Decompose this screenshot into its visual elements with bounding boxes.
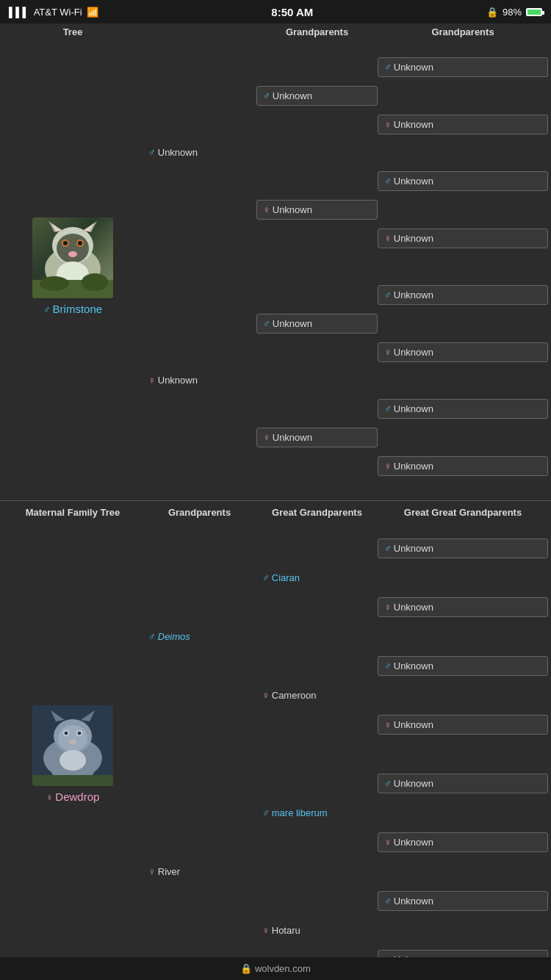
wifi-icon: 📶 — [87, 7, 98, 18]
mat-parent1-name[interactable]: Deimos — [158, 631, 190, 642]
svg-point-14 — [40, 276, 69, 291]
mat-gp2[interactable]: ♀ Cameroon — [256, 686, 378, 705]
maternal-tree-label: Maternal Family Tree — [3, 507, 143, 519]
lock-icon: 🔒 — [486, 7, 498, 18]
mat-ggp4[interactable]: ♀ Unknown — [378, 715, 548, 735]
paternal-tree: ♂Brimstone ♂ Unknown ♀ Unknown ♂ Unknown… — [0, 39, 551, 494]
mat-gp4[interactable]: ♀ Hotaru — [256, 921, 378, 940]
paternal-great-label: Grandparents — [378, 26, 548, 39]
svg-point-9 — [63, 241, 68, 245]
maternal-tree: ♀Dewdrop ♂ Deimos ♀ River ♂ Ciaran ♀ Cam… — [0, 519, 551, 980]
brimstone-svg — [32, 217, 113, 298]
maternal-great-great-col: ♂ Unknown ♀ Unknown ♂ Unknown ♀ Unknown … — [378, 519, 548, 980]
battery-percent: 98% — [503, 7, 522, 18]
paternal-gp2[interactable]: ♀ Unknown — [256, 200, 378, 220]
brimstone-name[interactable]: ♂Brimstone — [43, 303, 102, 315]
paternal-parents-col: ♂ Unknown ♀ Unknown — [143, 39, 256, 494]
paternal-ggp1[interactable]: ♂ Unknown — [378, 57, 548, 77]
footer-url: wolvden.com — [255, 963, 311, 974]
dewdrop-svg — [32, 705, 113, 786]
svg-point-6 — [57, 234, 89, 263]
maternal-parents-col: ♂ Deimos ♀ River — [143, 519, 256, 980]
parent2-name: Unknown — [158, 375, 198, 386]
paternal-grandparents-label — [143, 26, 256, 39]
footer-lock-icon: 🔒 — [240, 963, 252, 974]
maternal-grandparents-label: Grandparents — [143, 507, 256, 519]
dewdrop-avatar[interactable] — [32, 705, 113, 786]
carrier-label: AT&T Wi-Fi — [34, 7, 82, 18]
status-left: ▌▌▌ AT&T Wi-Fi 📶 — [9, 7, 98, 18]
status-right: 🔒 98% — [486, 7, 542, 18]
paternal-ggp7[interactable]: ♂ Unknown — [378, 399, 548, 419]
paternal-section-header: Tree Grandparents Grandparents — [0, 24, 551, 39]
paternal-ggp4[interactable]: ♀ Unknown — [378, 228, 548, 248]
mat-ggp1[interactable]: ♂ Unknown — [378, 538, 548, 558]
paternal-grandparents-label2: Grandparents — [256, 26, 378, 39]
svg-rect-30 — [32, 775, 113, 786]
maternal-great-label: Great Grandparents — [256, 507, 378, 519]
svg-point-29 — [60, 750, 86, 771]
mat-parent2-gender: ♀ — [148, 866, 156, 877]
paternal-parent2[interactable]: ♀ Unknown — [143, 371, 256, 389]
maternal-subject-col: ♀Dewdrop — [3, 519, 143, 980]
mat-ggp2[interactable]: ♀ Unknown — [378, 597, 548, 617]
mat-ggp5[interactable]: ♂ Unknown — [378, 774, 548, 793]
maternal-grandparents-col: ♂ Ciaran ♀ Cameroon ♂ mare liberum ♀ Hot… — [256, 519, 378, 980]
maternal-parent2[interactable]: ♀ River — [143, 862, 256, 881]
paternal-ggp3[interactable]: ♂ Unknown — [378, 171, 548, 191]
paternal-ggp6[interactable]: ♀ Unknown — [378, 342, 548, 362]
brimstone-gender: ♂ — [43, 304, 51, 315]
mat-ggp3[interactable]: ♂ Unknown — [378, 656, 548, 676]
brimstone-avatar[interactable] — [32, 217, 113, 298]
svg-point-25 — [78, 732, 82, 735]
paternal-subject-col: ♂Brimstone — [3, 39, 143, 494]
mat-parent2-name: River — [158, 866, 180, 877]
svg-point-21 — [58, 725, 87, 752]
svg-point-11 — [68, 251, 77, 257]
paternal-gp1[interactable]: ♂ Unknown — [256, 86, 378, 106]
maternal-section-header: Maternal Family Tree Grandparents Great … — [0, 500, 551, 519]
mat-ggp6[interactable]: ♀ Unknown — [378, 832, 548, 852]
mat-gp3[interactable]: ♂ mare liberum — [256, 804, 378, 822]
footer: 🔒 wolvden.com — [0, 957, 551, 980]
mat-ggp7[interactable]: ♂ Unknown — [378, 891, 548, 911]
paternal-tree-label: Tree — [3, 26, 143, 39]
svg-point-10 — [78, 241, 82, 245]
status-bar: ▌▌▌ AT&T Wi-Fi 📶 8:50 AM 🔒 98% — [0, 0, 551, 24]
svg-point-26 — [69, 740, 76, 745]
dewdrop-gender: ♀ — [46, 792, 54, 803]
maternal-parent1[interactable]: ♂ Deimos — [143, 627, 256, 646]
dewdrop-name[interactable]: ♀Dewdrop — [46, 790, 100, 803]
parent1-name: Unknown — [158, 147, 198, 158]
signal-icon: ▌▌▌ — [9, 7, 29, 18]
battery-icon — [526, 8, 542, 16]
paternal-gp3[interactable]: ♂ Unknown — [256, 314, 378, 334]
paternal-ggp8[interactable]: ♀ Unknown — [378, 456, 548, 476]
maternal-great-great-label: Great Great Grandparents — [378, 507, 548, 519]
svg-point-24 — [65, 732, 68, 735]
paternal-grandparents-col: ♂ Unknown ♀ Unknown ♂ Unknown ♀ Unknown — [256, 39, 378, 494]
paternal-ggp2[interactable]: ♀ Unknown — [378, 115, 548, 134]
paternal-ggp5[interactable]: ♂ Unknown — [378, 285, 548, 305]
paternal-great-grandparents-col: ♂ Unknown ♀ Unknown ♂ Unknown ♀ Unknown … — [378, 39, 548, 494]
svg-point-15 — [82, 273, 108, 291]
parent1-gender: ♂ — [148, 147, 156, 158]
parent2-gender: ♀ — [148, 375, 156, 386]
mat-parent1-gender: ♂ — [148, 631, 156, 642]
paternal-parent1[interactable]: ♂ Unknown — [143, 143, 256, 162]
mat-gp1[interactable]: ♂ Ciaran — [256, 569, 378, 587]
paternal-gp4[interactable]: ♀ Unknown — [256, 428, 378, 447]
status-time: 8:50 AM — [271, 6, 313, 18]
